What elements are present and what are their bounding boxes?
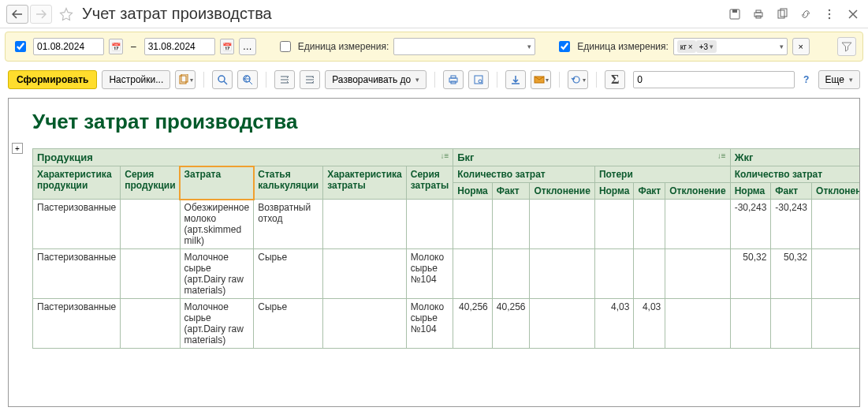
calendar-from-icon[interactable]: 📅 (109, 39, 123, 54)
save-report-button[interactable] (505, 70, 526, 89)
sort-icon[interactable]: ↓≡ (717, 151, 726, 160)
col-j-qd[interactable]: Отклонение (812, 183, 860, 200)
unit2-label: Единица измерения: (577, 41, 669, 52)
date-separator: – (131, 41, 136, 52)
date-to-input[interactable] (144, 38, 215, 55)
col-cost[interactable]: Затрата (180, 166, 254, 200)
col-j-qf[interactable]: Факт (771, 183, 812, 200)
more-button[interactable]: Еще▾ (818, 70, 860, 89)
cell-b_lf: 4,03 (634, 299, 665, 349)
col-group-prod[interactable]: Продукция↓≡ (33, 149, 453, 166)
table-row[interactable]: ПастеризованныеМолочное сырье (арт.Dairy… (33, 249, 861, 299)
report-area[interactable]: + Учет затрат производства Продукция↓≡ Б… (8, 98, 860, 407)
col-series-cost[interactable]: Серия затраты (406, 166, 453, 200)
send-button[interactable]: ▾ (531, 70, 551, 89)
cell-j_qn: -30,243 (730, 200, 771, 249)
col-b-loss[interactable]: Потери (594, 166, 730, 183)
tag-remove-icon[interactable]: × (688, 43, 693, 51)
cell-j_qn: 50,32 (730, 249, 771, 299)
cell-b_qd (530, 200, 594, 249)
unit2-dropdown[interactable]: кг× +3▾ ▾ (673, 38, 788, 55)
expand-to-button[interactable]: Разворачивать до▾ (325, 70, 427, 89)
expand-all-toggle[interactable]: + (12, 143, 23, 154)
calendar-to-icon[interactable]: 📅 (220, 39, 234, 54)
date-from-input[interactable] (33, 38, 104, 55)
chevron-down-icon: ▾ (780, 43, 784, 50)
unit1-checkbox[interactable] (280, 41, 291, 52)
col-b-qn[interactable]: Норма (453, 183, 493, 200)
cell-b_qn (453, 200, 493, 249)
table-row[interactable]: ПастеризованныеОбезжиренное молоко (арт.… (33, 200, 861, 249)
cell-j_qd (812, 299, 860, 349)
cell-j_qd (812, 200, 860, 249)
col-j-qty[interactable]: Количество затрат (730, 166, 860, 183)
cell-series (121, 200, 180, 249)
col-b-ln[interactable]: Норма (594, 183, 634, 200)
table-row[interactable]: ПастеризованныеМолочное сырье (арт.Dairy… (33, 299, 861, 349)
cell-b_ln: 4,03 (594, 299, 634, 349)
unit2-tag-1[interactable]: кг× (677, 40, 696, 53)
more-icon[interactable] (821, 6, 838, 23)
back-button[interactable] (6, 5, 28, 24)
cell-article: Сырье (254, 299, 323, 349)
cell-j_qd (812, 249, 860, 299)
col-article[interactable]: Статья калькуляции (254, 166, 323, 200)
expand-button[interactable] (300, 70, 320, 89)
col-b-ld[interactable]: Отклонение (665, 183, 730, 200)
unit2-clear-button[interactable]: × (792, 38, 810, 55)
help-button[interactable]: ? (799, 71, 814, 88)
sum-button[interactable]: Σ (605, 70, 625, 89)
cell-b_qd (530, 249, 594, 299)
cell-b_ln (594, 249, 634, 299)
col-b-qf[interactable]: Факт (492, 183, 530, 200)
cell-char: Пастеризованные (33, 200, 121, 249)
col-b-lf[interactable]: Факт (634, 183, 665, 200)
col-b-qd[interactable]: Отклонение (530, 183, 594, 200)
cell-series (121, 299, 180, 349)
cell-char: Пастеризованные (33, 299, 121, 349)
save-icon[interactable] (726, 6, 743, 23)
print-icon[interactable] (750, 6, 767, 23)
svg-rect-3 (756, 10, 761, 13)
cell-cost: Обезжиренное молоко (арт.skimmed milk) (180, 200, 254, 249)
svg-line-13 (224, 81, 227, 84)
unit2-checkbox[interactable] (559, 41, 570, 52)
col-j-qn[interactable]: Норма (730, 183, 771, 200)
unit1-dropdown[interactable]: ▾ (393, 38, 535, 55)
close-icon[interactable] (844, 6, 862, 23)
cell-b_qf (492, 200, 530, 249)
cell-series_cost (406, 200, 453, 249)
settings-button[interactable]: Настройки... (102, 70, 170, 89)
cell-b_ln (594, 200, 634, 249)
date-from-checkbox[interactable] (15, 41, 26, 52)
col-char-cost[interactable]: Характеристика затраты (323, 166, 407, 200)
link-icon[interactable] (797, 6, 814, 23)
variants-button[interactable]: ▾ (175, 70, 196, 89)
col-group-jkg[interactable]: Жкг (730, 149, 860, 166)
favorite-star-icon[interactable] (58, 6, 74, 22)
report-heading: Учет затрат производства (9, 99, 859, 148)
cell-char_cost (323, 299, 407, 349)
col-char-prod[interactable]: Характеристика продукции (33, 166, 121, 200)
chevron-down-icon: ▾ (710, 43, 713, 50)
formula-input[interactable] (633, 71, 794, 88)
period-picker-button[interactable]: … (239, 38, 256, 55)
filter-settings-button[interactable] (837, 37, 856, 56)
cell-j_qf: 50,32 (771, 249, 812, 299)
refresh-button[interactable]: ▾ (568, 70, 588, 89)
forward-button[interactable] (30, 5, 52, 24)
col-series-prod[interactable]: Серия продукции (121, 166, 180, 200)
copy-icon[interactable] (773, 6, 791, 23)
search-button[interactable] (212, 70, 233, 89)
print-button[interactable] (443, 70, 464, 89)
svg-point-19 (479, 80, 482, 83)
search-back-button[interactable] (237, 70, 258, 89)
cell-b_lf (634, 249, 665, 299)
col-b-qty[interactable]: Количество затрат (453, 166, 595, 183)
collapse-button[interactable] (274, 70, 295, 89)
sort-icon[interactable]: ↓≡ (440, 151, 449, 160)
unit2-tag-2[interactable]: +3▾ (696, 40, 717, 53)
preview-button[interactable] (468, 70, 489, 89)
col-group-bkg[interactable]: Бкг↓≡ (453, 149, 730, 166)
generate-button[interactable]: Сформировать (8, 70, 97, 89)
